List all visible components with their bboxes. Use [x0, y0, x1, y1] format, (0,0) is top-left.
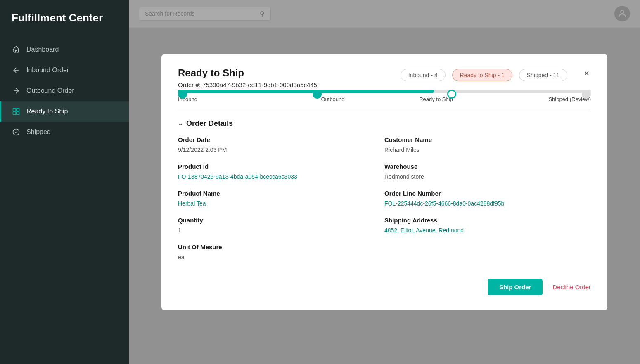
sidebar-item-label: Dashboard	[26, 46, 59, 53]
progress-track	[178, 90, 591, 93]
field-unit-of-measure-value: ea	[178, 254, 384, 260]
details-left-column: Order Date 9/12/2022 2:03 PM Product Id …	[178, 136, 384, 270]
sidebar-nav: Dashboard Inbound Order Outbound Order R…	[0, 36, 129, 146]
svg-rect-2	[13, 109, 16, 111]
sidebar-item-outbound-order[interactable]: Outbound Order	[0, 80, 129, 101]
ship-order-button[interactable]: Ship Order	[488, 279, 543, 295]
svg-rect-4	[17, 109, 19, 111]
home-icon	[12, 45, 21, 54]
dialog-header: Ready to Ship Order #: 75390a47-9b32-ed1…	[178, 67, 591, 88]
step-ready-to-ship	[447, 90, 456, 99]
field-product-id: Product Id FO-13870425-9a13-4bda-a054-bc…	[178, 163, 384, 190]
step-inbound	[178, 90, 187, 99]
chevron-down-icon: ⌄	[178, 120, 183, 127]
order-details-toggle[interactable]: ⌄ Order Details	[178, 119, 591, 128]
step-outbound	[313, 90, 322, 99]
main-area: ⚲ Ready to Ship Order #: 75390a47-9b32-e…	[129, 0, 640, 364]
field-product-name-value: Herbal Tea	[178, 200, 384, 207]
field-order-date: Order Date 9/12/2022 2:03 PM	[178, 136, 384, 163]
inbound-icon	[12, 66, 21, 75]
field-warehouse: Warehouse Redmond store	[384, 163, 591, 190]
field-product-name: Product Name Herbal Tea	[178, 190, 384, 217]
sidebar-item-label: Inbound Order	[26, 66, 69, 74]
progress-container: Inbound Outbound Ready to Ship Shipped (…	[178, 90, 591, 102]
badge-shipped: Shipped - 11	[519, 69, 567, 81]
field-shipping-address: Shipping Address 4852, Elliot, Avenue, R…	[384, 217, 591, 243]
field-order-line-number: Order Line Number FOL-225444dc-26f5-4666…	[384, 190, 591, 217]
dialog-title: Ready to Ship	[178, 67, 319, 79]
field-quantity-label: Quantity	[178, 217, 384, 224]
field-warehouse-label: Warehouse	[384, 163, 591, 170]
app-title: Fulfillment Center	[0, 0, 129, 36]
field-unit-of-measure: Unit Of Mesure ea	[178, 243, 384, 270]
sidebar-item-shipped[interactable]: Shipped	[0, 122, 129, 142]
dialog-order-number: Order #: 75390a47-9b32-ed11-9db1-000d3a5…	[178, 81, 319, 88]
outbound-icon	[12, 86, 21, 95]
sidebar-item-dashboard[interactable]: Dashboard	[0, 39, 129, 60]
modal-overlay: Ready to Ship Order #: 75390a47-9b32-ed1…	[129, 0, 640, 364]
dialog-badges: Inbound - 4 Ready to Ship - 1 Shipped - …	[401, 69, 567, 81]
field-customer-name-value: Richard Miles	[384, 147, 591, 153]
field-order-date-label: Order Date	[178, 136, 384, 143]
field-shipping-address-label: Shipping Address	[384, 217, 591, 224]
field-shipping-address-value: 4852, Elliot, Avenue, Redmond	[384, 227, 591, 234]
field-order-date-value: 9/12/2022 2:03 PM	[178, 147, 384, 153]
badge-inbound: Inbound - 4	[401, 69, 446, 81]
field-product-id-value: FO-13870425-9a13-4bda-a054-bcecca6c3033	[178, 173, 384, 180]
field-warehouse-value: Redmond store	[384, 173, 591, 180]
dialog: Ready to Ship Order #: 75390a47-9b32-ed1…	[161, 54, 607, 310]
field-order-line-number-value: FOL-225444dc-26f5-4666-8da0-0ac4288df95b	[384, 200, 591, 207]
section-divider	[178, 110, 591, 110]
shipped-icon	[12, 128, 21, 137]
details-right-column: Customer Name Richard Miles Warehouse Re…	[384, 136, 591, 270]
field-customer-name: Customer Name Richard Miles	[384, 136, 591, 163]
order-details-label: Order Details	[186, 119, 233, 128]
sidebar-item-inbound-order[interactable]: Inbound Order	[0, 60, 129, 80]
sidebar-item-ready-to-ship[interactable]: Ready to Ship	[0, 101, 129, 122]
sidebar-item-label: Ready to Ship	[26, 108, 68, 115]
sidebar-item-label: Outbound Order	[26, 87, 74, 95]
field-quantity-value: 1	[178, 227, 384, 234]
dialog-footer: Ship Order Decline Order	[178, 274, 591, 295]
field-product-id-label: Product Id	[178, 163, 384, 170]
decline-order-button[interactable]: Decline Order	[552, 284, 591, 291]
details-grid: Order Date 9/12/2022 2:03 PM Product Id …	[178, 136, 591, 270]
sidebar: Fulfillment Center Dashboard Inbound Ord…	[0, 0, 129, 364]
progress-steps	[178, 90, 591, 99]
field-unit-of-measure-label: Unit Of Mesure	[178, 243, 384, 251]
svg-rect-5	[17, 112, 19, 115]
field-order-line-number-label: Order Line Number	[384, 190, 591, 197]
step-shipped-review	[582, 90, 591, 99]
field-product-name-label: Product Name	[178, 190, 384, 197]
badge-ready-to-ship: Ready to Ship - 1	[452, 69, 512, 81]
field-quantity: Quantity 1	[178, 217, 384, 243]
field-customer-name-label: Customer Name	[384, 136, 591, 143]
dialog-header-right: Inbound - 4 Ready to Ship - 1 Shipped - …	[401, 67, 591, 81]
ready-icon	[12, 107, 21, 116]
dialog-header-left: Ready to Ship Order #: 75390a47-9b32-ed1…	[178, 67, 319, 88]
svg-rect-3	[13, 112, 16, 115]
sidebar-item-label: Shipped	[26, 128, 51, 136]
close-button[interactable]: ×	[582, 67, 591, 80]
